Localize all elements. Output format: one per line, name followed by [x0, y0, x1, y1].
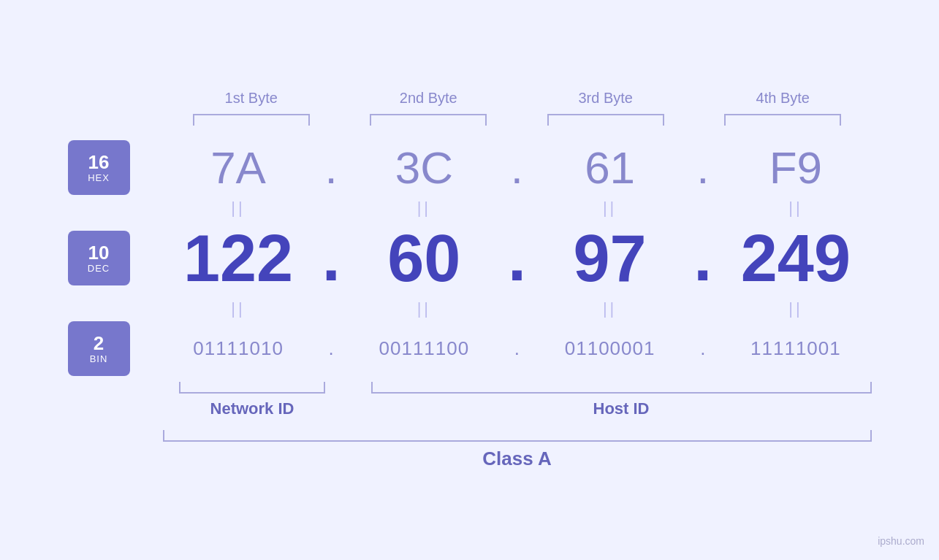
sep-1-4: || — [723, 199, 869, 218]
byte-labels-row: 1st Byte 2nd Byte 3rd Byte 4th Byte — [68, 90, 872, 107]
sep-values-2: || || || || — [163, 299, 872, 318]
network-bracket — [179, 382, 325, 394]
bottom-section: Network ID Host ID — [68, 382, 872, 418]
main-container: 1st Byte 2nd Byte 3rd Byte 4th Byte 16 H… — [68, 90, 872, 470]
sep-2-3: || — [537, 299, 683, 318]
bin-badge-area: 2 BIN — [68, 321, 163, 376]
dec-badge-number: 10 — [88, 242, 110, 264]
sep-1-3: || — [537, 199, 683, 218]
bin-row: 2 BIN 01111010 . 00111100 . 01100001 . — [68, 321, 872, 376]
hex-badge-area: 16 HEX — [68, 140, 163, 195]
class-row: Class A — [68, 430, 872, 470]
dec-badge: 10 DEC — [68, 231, 130, 285]
sep-row-1: || || || || — [68, 195, 872, 220]
dec-value-3: 97 — [537, 226, 683, 291]
top-bracket-4 — [710, 114, 856, 126]
top-bracket-2 — [355, 114, 501, 126]
hex-value-4: F9 — [723, 142, 869, 193]
bin-dot-2: . — [502, 337, 531, 360]
bin-value-1: 01111010 — [165, 337, 311, 360]
bin-badge: 2 BIN — [68, 321, 130, 376]
host-bracket-wrap — [371, 382, 872, 394]
bin-dot-1: . — [316, 337, 346, 360]
label-dot-spacer — [342, 399, 371, 418]
sep-1-1: || — [165, 199, 311, 218]
dec-dot-3: . — [688, 220, 718, 296]
bottom-brackets — [163, 382, 872, 394]
sep-2-1: || — [165, 299, 311, 318]
dec-row: 10 DEC 122 . 60 . 97 . 249 — [68, 220, 872, 296]
host-id-label: Host ID — [371, 399, 872, 418]
hex-dot-2: . — [502, 142, 531, 193]
hex-values-area: 7A . 3C . 61 . F9 — [163, 142, 872, 193]
sep-row-2: || || || || — [68, 296, 872, 321]
dec-dot-2: . — [502, 220, 531, 296]
hex-badge: 16 HEX — [68, 140, 130, 195]
dec-value-1: 122 — [165, 226, 311, 291]
hex-value-2: 3C — [351, 142, 497, 193]
hex-value-3: 61 — [537, 142, 683, 193]
bin-dot-3: . — [688, 337, 718, 360]
hex-dot-3: . — [688, 142, 718, 193]
top-brackets-row — [68, 114, 872, 126]
bracket-top-2 — [370, 114, 487, 126]
bin-value-3: 01100001 — [537, 337, 683, 360]
network-id-label: Network ID — [163, 399, 342, 418]
class-bracket — [163, 430, 872, 442]
network-bracket-wrap — [163, 382, 342, 394]
host-bracket — [371, 382, 872, 394]
bin-values-area: 01111010 . 00111100 . 01100001 . 1111100… — [163, 337, 872, 360]
hex-badge-name: HEX — [88, 172, 110, 183]
bracket-top-4 — [724, 114, 841, 126]
hex-row: 16 HEX 7A . 3C . 61 . F9 — [68, 140, 872, 195]
section-labels: Network ID Host ID — [163, 399, 872, 418]
bin-value-4: 11111001 — [723, 337, 869, 360]
hex-dot-1: . — [316, 142, 346, 193]
hex-badge-number: 16 — [88, 152, 110, 173]
dec-dot-1: . — [316, 220, 346, 296]
byte-label-1: 1st Byte — [178, 90, 324, 107]
sep-2-2: || — [351, 299, 497, 318]
bin-badge-number: 2 — [94, 333, 104, 354]
hex-value-1: 7A — [165, 142, 311, 193]
byte-label-2: 2nd Byte — [355, 90, 501, 107]
class-label: Class A — [163, 448, 872, 470]
bracket-top-1 — [193, 114, 310, 126]
top-bracket-1 — [178, 114, 324, 126]
sep-values-1: || || || || — [163, 199, 872, 218]
sep-2-4: || — [723, 299, 869, 318]
dec-values-area: 122 . 60 . 97 . 249 — [163, 220, 872, 296]
watermark: ipshu.com — [878, 535, 924, 547]
sep-1-2: || — [351, 199, 497, 218]
byte-label-3: 3rd Byte — [533, 90, 679, 107]
bin-badge-name: BIN — [90, 353, 108, 364]
dec-badge-area: 10 DEC — [68, 231, 163, 285]
top-bracket-3 — [533, 114, 679, 126]
dec-value-2: 60 — [351, 226, 497, 291]
bin-value-2: 00111100 — [351, 337, 497, 360]
dec-value-4: 249 — [723, 226, 869, 291]
byte-label-4: 4th Byte — [710, 90, 856, 107]
dec-badge-name: DEC — [88, 263, 110, 274]
bracket-top-3 — [547, 114, 664, 126]
